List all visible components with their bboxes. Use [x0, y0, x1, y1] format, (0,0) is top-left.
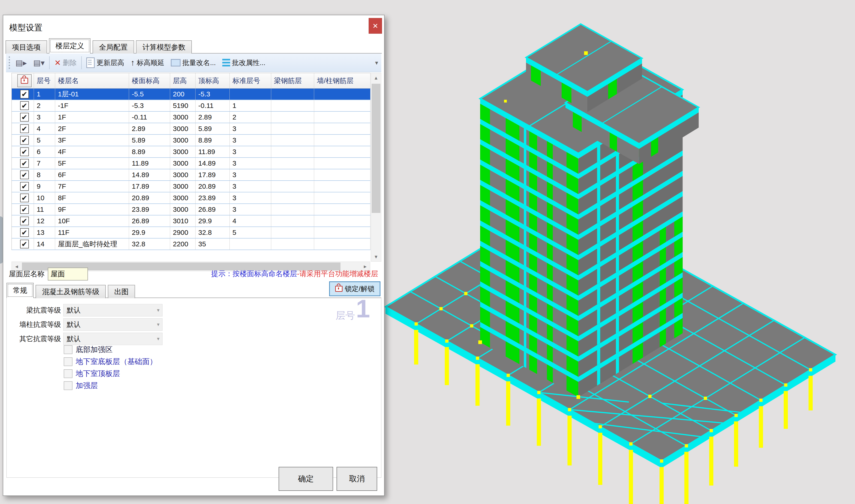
- cell-top[interactable]: 17.89: [195, 169, 230, 180]
- cell-wall[interactable]: [314, 238, 370, 250]
- cell-wall[interactable]: [314, 169, 370, 180]
- cell-std[interactable]: 3: [230, 123, 271, 134]
- cell-std[interactable]: 3: [230, 204, 271, 215]
- row-checkbox[interactable]: ✔: [20, 194, 29, 202]
- cell-top[interactable]: 32.8: [195, 227, 230, 238]
- lock-column-header[interactable]: [17, 74, 32, 87]
- tab-project-options[interactable]: 项目选项: [5, 40, 47, 54]
- row-checkbox[interactable]: ✔: [20, 228, 29, 237]
- table-row[interactable]: ✔75F11.89300014.893: [12, 158, 370, 169]
- elevation-extend-button[interactable]: ↑ 标高顺延: [127, 55, 168, 70]
- cell-name[interactable]: 1F: [55, 112, 129, 123]
- cell-beam[interactable]: [271, 169, 314, 180]
- subtab-general[interactable]: 常规: [6, 283, 34, 298]
- cell-height[interactable]: 3000: [170, 181, 195, 192]
- row-check-cell[interactable]: ✔: [12, 192, 34, 203]
- cell-height[interactable]: 5190: [170, 100, 195, 111]
- cell-elev[interactable]: 17.89: [129, 181, 170, 192]
- cell-std[interactable]: 3: [230, 169, 271, 180]
- cell-name[interactable]: 屋面层_临时待处理: [55, 238, 129, 250]
- cell-name[interactable]: -1F: [55, 100, 129, 111]
- table-row[interactable]: ✔64F8.89300011.893: [12, 146, 370, 158]
- cell-elev[interactable]: -5.5: [129, 89, 170, 100]
- row-check-cell[interactable]: ✔: [12, 227, 34, 238]
- batch-properties-button[interactable]: 批改属性...: [219, 55, 269, 70]
- row-check-cell[interactable]: ✔: [12, 89, 34, 100]
- beam-seismic-select[interactable]: 默认 ▾: [63, 304, 162, 317]
- other-seismic-select[interactable]: 默认 ▾: [63, 332, 162, 345]
- cell-wall[interactable]: [314, 227, 370, 238]
- row-checkbox[interactable]: ✔: [20, 159, 29, 168]
- update-height-button[interactable]: 更新层高: [83, 55, 127, 70]
- cell-height[interactable]: 3000: [170, 204, 195, 215]
- cell-std[interactable]: 3: [230, 192, 271, 203]
- row-checkbox[interactable]: ✔: [20, 124, 29, 133]
- cell-std[interactable]: [230, 238, 271, 250]
- cell-num[interactable]: 6: [34, 146, 55, 157]
- row-checkbox[interactable]: ✔: [20, 240, 29, 248]
- cell-std[interactable]: [230, 89, 271, 100]
- cell-elev[interactable]: 20.89: [129, 192, 170, 203]
- cell-num[interactable]: 4: [34, 123, 55, 134]
- cell-beam[interactable]: [271, 204, 314, 215]
- tab-global-config[interactable]: 全局配置: [92, 40, 134, 54]
- row-check-cell[interactable]: ✔: [12, 135, 34, 146]
- cell-top[interactable]: 20.89: [195, 181, 230, 192]
- scroll-down-icon[interactable]: ▾: [371, 252, 381, 262]
- row-check-cell[interactable]: ✔: [12, 215, 34, 227]
- scroll-up-icon[interactable]: ▴: [371, 73, 381, 82]
- cell-wall[interactable]: [314, 146, 370, 157]
- col-header-floor-elev[interactable]: 楼面标高: [129, 73, 170, 88]
- col-header-std-floor[interactable]: 标准层号: [230, 73, 271, 88]
- cell-beam[interactable]: [271, 123, 314, 134]
- cell-std[interactable]: 5: [230, 227, 271, 238]
- col-header-floor-name[interactable]: 楼层名: [55, 73, 129, 88]
- cell-height[interactable]: 3000: [170, 169, 195, 180]
- cell-top[interactable]: 5.89: [195, 123, 230, 134]
- cell-beam[interactable]: [271, 158, 314, 169]
- cell-wall[interactable]: [314, 181, 370, 192]
- row-checkbox[interactable]: ✔: [20, 90, 29, 98]
- cell-name[interactable]: 9F: [55, 204, 129, 215]
- cell-num[interactable]: 8: [34, 169, 55, 180]
- cell-wall[interactable]: [314, 89, 370, 100]
- table-row[interactable]: ✔119F23.89300026.893: [12, 204, 370, 215]
- cell-height[interactable]: 3000: [170, 112, 195, 123]
- cell-beam[interactable]: [271, 135, 314, 146]
- batch-rename-button[interactable]: 批量改名...: [168, 55, 219, 70]
- cell-wall[interactable]: [314, 112, 370, 123]
- cell-top[interactable]: -0.11: [195, 100, 230, 111]
- row-checkbox[interactable]: ✔: [20, 136, 29, 145]
- col-header-top-elev[interactable]: 顶标高: [195, 73, 230, 88]
- cell-wall[interactable]: [314, 100, 370, 111]
- cell-name[interactable]: 5F: [55, 158, 129, 169]
- row-check-cell[interactable]: ✔: [12, 158, 34, 169]
- col-header-height[interactable]: 层高: [170, 73, 195, 88]
- table-row[interactable]: ✔1210F26.89301029.94: [12, 215, 370, 227]
- cell-std[interactable]: 3: [230, 158, 271, 169]
- cell-std[interactable]: 4: [230, 215, 271, 227]
- cell-top[interactable]: 11.89: [195, 146, 230, 157]
- table-row[interactable]: ✔53F5.8930008.893: [12, 135, 370, 146]
- close-button[interactable]: ✕: [369, 18, 382, 34]
- cell-elev[interactable]: 32.8: [129, 238, 170, 250]
- cell-elev[interactable]: 23.89: [129, 204, 170, 215]
- cell-height[interactable]: 3010: [170, 215, 195, 227]
- table-row[interactable]: ✔31F-0.1130002.892: [12, 112, 370, 123]
- table-row[interactable]: ✔14屋面层_临时待处理32.8220035: [12, 238, 370, 250]
- cell-top[interactable]: 8.89: [195, 135, 230, 146]
- toolbar-grip-icon[interactable]: [9, 56, 10, 69]
- row-checkbox[interactable]: ✔: [20, 182, 29, 191]
- cell-num[interactable]: 13: [34, 227, 55, 238]
- cell-height[interactable]: 200: [170, 89, 195, 100]
- cell-num[interactable]: 1: [34, 89, 55, 100]
- row-checkbox[interactable]: ✔: [20, 170, 29, 179]
- tab-floor-definition[interactable]: 楼层定义: [49, 38, 90, 54]
- cell-top[interactable]: 23.89: [195, 192, 230, 203]
- cell-top[interactable]: 35: [195, 238, 230, 250]
- cell-num[interactable]: 2: [34, 100, 55, 111]
- subtab-concrete-rebar[interactable]: 混凝土及钢筋等级: [36, 285, 106, 298]
- cell-elev[interactable]: 29.9: [129, 227, 170, 238]
- basement-top-slab-checkbox[interactable]: [64, 369, 72, 378]
- cell-std[interactable]: 3: [230, 135, 271, 146]
